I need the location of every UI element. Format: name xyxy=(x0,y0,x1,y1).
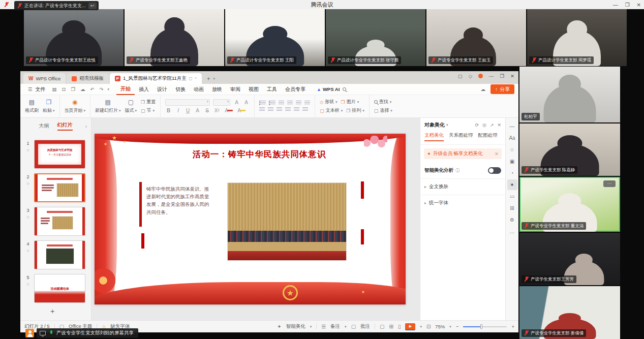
meeting-app-icon[interactable] xyxy=(25,329,34,337)
video-tile[interactable]: 产设学生党支部 陈嘉静 xyxy=(519,124,620,176)
align-center-icon[interactable] xyxy=(268,107,273,112)
slide-photo-meeting-hall[interactable] xyxy=(228,183,346,260)
video-tile[interactable]: 产设专业学生党支部 姜倩倩 xyxy=(519,286,620,339)
material-library-icon[interactable]: ▣ xyxy=(507,156,517,167)
align-left-icon[interactable] xyxy=(259,107,265,112)
fit-window-icon[interactable]: ⊡ xyxy=(426,324,431,329)
cloud-sync-icon[interactable]: ☁ xyxy=(79,86,86,92)
ribbon-tab-home[interactable]: 开始 xyxy=(116,84,135,95)
undo-icon[interactable]: ↶ xyxy=(89,86,96,92)
skin-icon[interactable]: ◇ xyxy=(469,73,472,79)
cloud-status-icon[interactable]: ☁ xyxy=(480,86,487,92)
collapse-sidebar-icon[interactable]: — xyxy=(507,121,517,132)
notes-button[interactable]: 备注 xyxy=(330,323,340,330)
slide-body-text[interactable]: 铸牢中华民族共同体意识、推进新时代党的民族工作高质量发展，是全党全国各族人民的共… xyxy=(146,185,210,216)
text-align-more-icon[interactable] xyxy=(302,107,308,112)
video-tile[interactable]: 产品设计专业学生党支部王欣悦 xyxy=(24,9,124,66)
justify-icon[interactable] xyxy=(285,107,291,112)
slide-thumbnail-2-selected[interactable]: 2☆ xyxy=(24,173,88,202)
settings-icon[interactable]: ⚙ xyxy=(507,214,517,225)
favorites-icon[interactable]: ☆ xyxy=(507,144,517,155)
zoom-level[interactable]: 75% xyxy=(435,324,445,329)
window-layout-icon[interactable]: ▢ xyxy=(458,73,463,79)
ribbon-tab-review[interactable]: 审阅 xyxy=(226,84,244,95)
ribbon-tab-slideshow[interactable]: 放映 xyxy=(208,84,226,95)
ribbon-tab-insert[interactable]: 插入 xyxy=(135,84,153,95)
wps-close-button[interactable]: ✕ xyxy=(510,73,514,79)
close-button[interactable]: ✕ xyxy=(637,2,641,8)
columns-icon[interactable] xyxy=(294,107,299,112)
video-tile[interactable]: 产设学生党支部王芳芳 xyxy=(519,233,620,285)
save-icon[interactable]: ▤ xyxy=(51,86,58,92)
tab-wps-home[interactable]: W WPS Office xyxy=(23,73,66,84)
feedback-icon[interactable]: ◎ xyxy=(482,122,486,128)
font-name-select[interactable] xyxy=(165,99,210,106)
share-button[interactable]: ↑ 分享 xyxy=(490,84,514,94)
slide-title[interactable]: 活动一：铸牢中华民族共同体意识 xyxy=(95,149,406,160)
tab-diagram-process[interactable]: 关系图处理 xyxy=(449,132,473,141)
slide-layout-button[interactable]: ▢ 版式▾ xyxy=(125,99,137,114)
tab-list-caret-icon[interactable]: ▾ xyxy=(213,77,216,81)
increase-font-icon[interactable]: A xyxy=(233,100,240,105)
superscript-button[interactable]: X² xyxy=(213,108,220,113)
text-direction-icon[interactable] xyxy=(304,101,310,105)
redo-icon[interactable]: ↷ xyxy=(98,86,104,92)
decrease-indent-icon[interactable] xyxy=(279,101,284,105)
normal-view-icon[interactable]: ▢ xyxy=(380,324,384,329)
add-slide-button[interactable]: ＋ xyxy=(49,307,91,316)
more-tools-icon[interactable]: … xyxy=(507,226,517,237)
member-dot-icon[interactable] xyxy=(478,74,483,78)
current-slide[interactable]: ★ ★ ★ ★ ★ 活动一：铸牢中华民族共同体意识 铸牢中华民族共同体意识、推进… xyxy=(95,134,406,304)
find-button[interactable]: 查找▾ xyxy=(374,99,392,105)
wps-restore-button[interactable]: ❐ xyxy=(500,73,505,79)
properties-icon[interactable]: Aa xyxy=(507,133,517,143)
star-icon[interactable]: ☆ xyxy=(26,282,29,287)
star-icon[interactable]: ☆ xyxy=(26,181,29,186)
video-tile[interactable]: 产品设计专业学生党支部 王阳 xyxy=(225,9,325,66)
reset-slide-button[interactable]: ❐ 重置 xyxy=(141,99,156,105)
tab-current-document[interactable]: P 1_风景园林与艺术学院11月主 ◻ * xyxy=(110,73,202,84)
format-painter-button[interactable]: ▤ 格式刷 xyxy=(25,99,39,114)
strikethrough-button[interactable]: S xyxy=(204,108,210,113)
panel-caret-icon[interactable]: ▾ xyxy=(446,123,448,127)
video-tile[interactable]: 产品设计学生党支部 周梦瑶 xyxy=(527,9,627,66)
quickbar-caret-icon[interactable]: ▾ xyxy=(107,87,109,91)
ribbon-tab-tools[interactable]: 工具 xyxy=(263,84,281,95)
select-button[interactable]: ▢选择▾ xyxy=(374,107,392,114)
video-tile[interactable]: 产设专业学生党支部 王如玉 xyxy=(426,9,526,66)
tab-slides[interactable]: 幻灯片 xyxy=(57,121,73,131)
file-menu[interactable]: ☰ 文件 xyxy=(24,86,48,93)
search-icon[interactable] xyxy=(343,87,346,91)
tab-outline[interactable]: 大纲 xyxy=(39,122,49,130)
align-right-icon[interactable] xyxy=(277,107,282,112)
slide-canvas[interactable]: ★ ★ ★ ★ ★ 活动一：铸牢中华民族共同体意识 铸牢中华民族共同体意识、推进… xyxy=(91,118,420,320)
bullet-list-icon[interactable] xyxy=(259,101,266,105)
char-border-button[interactable]: A xyxy=(194,108,201,113)
section-button[interactable]: ▢ 节▾ xyxy=(141,107,156,114)
font-size-select[interactable] xyxy=(213,99,230,106)
star-icon[interactable]: ☆ xyxy=(26,215,29,220)
member-upgrade-banner[interactable]: ✦ 升级会员 畅享文档美化 ✕ xyxy=(424,148,502,159)
zoom-in-button[interactable]: + xyxy=(511,324,514,329)
ribbon-tab-design[interactable]: 设计 xyxy=(153,84,171,95)
close-banner-icon[interactable]: ✕ xyxy=(495,151,499,157)
section-unify-fonts[interactable]: ▸ 统一字体 xyxy=(420,195,505,211)
tab-docer-templates[interactable]: 稻壳找模板 xyxy=(67,73,109,84)
shapes-button[interactable]: ◇形状▾ xyxy=(320,99,337,105)
wps-ai-button[interactable]: ▲ WPS AI xyxy=(317,86,340,92)
beautify-icon[interactable]: ✶ xyxy=(507,179,517,190)
ribbon-tab-member[interactable]: 会员专享 xyxy=(281,84,310,95)
video-tile[interactable]: 产设专业学生党支部王鑫艳 xyxy=(125,9,224,66)
italic-button[interactable]: I xyxy=(175,108,181,113)
slide-thumbnail-5[interactable]: 5☆ 活动圆满结束 xyxy=(24,274,88,303)
arrange-button[interactable]: ❐排列▾ xyxy=(346,107,364,114)
increase-indent-icon[interactable] xyxy=(287,101,293,105)
output-icon[interactable]: ⊡ xyxy=(61,86,67,92)
close-panel-icon[interactable]: ✕ xyxy=(497,122,501,128)
textbox-button[interactable]: ▢文本框▾ xyxy=(320,107,343,114)
wps-minimize-button[interactable]: — xyxy=(489,73,494,79)
refresh-icon[interactable]: ⟳ xyxy=(475,122,479,128)
tab-image-process[interactable]: 配图处理 xyxy=(478,132,498,141)
pin-icon[interactable]: ↗ xyxy=(490,122,494,128)
new-slide-button[interactable]: ▤ 新建幻灯片▾ xyxy=(95,99,121,114)
